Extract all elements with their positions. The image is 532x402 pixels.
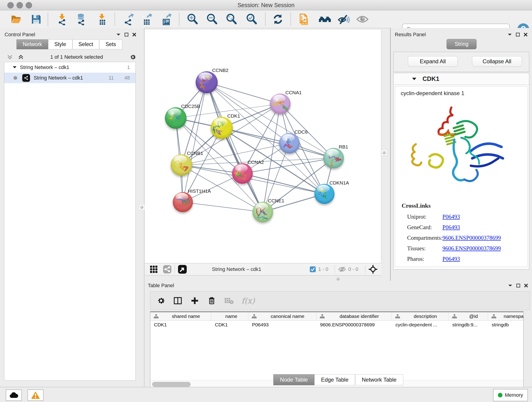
- panel-float-icon[interactable]: [516, 32, 520, 37]
- export-table-icon[interactable]: [140, 13, 153, 26]
- column-header-namespace[interactable]: namespace: [488, 312, 524, 320]
- hidden-range: 0 - 0: [348, 266, 358, 272]
- genecard-link[interactable]: P06493: [443, 224, 460, 230]
- network-node-rb1[interactable]: [323, 148, 344, 168]
- grid-view-icon[interactable]: [150, 265, 158, 273]
- add-column-icon[interactable]: [190, 296, 199, 305]
- zoom-in-icon[interactable]: [186, 13, 199, 26]
- column-header-shared-name[interactable]: shared name: [150, 312, 211, 320]
- toolbar-separator: [265, 13, 266, 26]
- network-node-ccne1[interactable]: [253, 202, 273, 222]
- network-node-cdk1[interactable]: [211, 117, 233, 139]
- refresh-icon[interactable]: [272, 13, 284, 26]
- warning-icon: [31, 391, 40, 399]
- node-result-header[interactable]: CDK1: [394, 73, 529, 85]
- section-collapse-icon[interactable]: [412, 77, 417, 80]
- network-collection-row[interactable]: String Network – cdk1 1: [4, 62, 135, 73]
- column-header--id[interactable]: @id: [449, 312, 488, 320]
- network-node-ccnb2[interactable]: [196, 71, 218, 93]
- zoom-out-icon[interactable]: [206, 13, 218, 26]
- left-splitter-handle[interactable]: [139, 204, 145, 210]
- table-cell[interactable]: cyclin-dependent ...: [392, 321, 449, 329]
- panel-float-icon[interactable]: [124, 32, 128, 37]
- string-document-icon[interactable]: [298, 13, 311, 26]
- toolbar-separator: [48, 13, 48, 26]
- selected-checkbox-icon[interactable]: [310, 266, 316, 273]
- network-node-ccna2[interactable]: [232, 163, 253, 184]
- cloud-button[interactable]: [6, 389, 22, 401]
- column-header-database-identifier[interactable]: database identifier: [317, 312, 392, 320]
- network-node-cdc25b[interactable]: [165, 107, 186, 129]
- panel-close-icon[interactable]: [524, 32, 528, 37]
- collapse-all-button[interactable]: Collapse All: [472, 56, 522, 67]
- show-columns-icon[interactable]: [173, 296, 182, 305]
- panel-menu-icon[interactable]: [507, 33, 512, 36]
- crosshair-icon[interactable]: [369, 265, 377, 274]
- preview-eye-icon[interactable]: [356, 13, 369, 26]
- tab-select[interactable]: Select: [72, 39, 99, 49]
- tab-string[interactable]: String: [447, 39, 476, 49]
- hidden-eye-icon[interactable]: [338, 266, 346, 272]
- import-network-icon[interactable]: [56, 13, 69, 26]
- table-cell[interactable]: 9606.ENSP00000378699: [317, 321, 392, 329]
- table-cell[interactable]: CDK1: [150, 321, 211, 329]
- export-network-icon[interactable]: [122, 13, 135, 26]
- tissues-link[interactable]: 9606.ENSP00000378699: [443, 245, 501, 251]
- right-splitter-handle[interactable]: [381, 150, 387, 155]
- warning-button[interactable]: [27, 389, 44, 401]
- table-cell[interactable]: CDK1: [211, 321, 248, 329]
- export-image-icon[interactable]: [160, 13, 172, 26]
- compartments-link[interactable]: 9606.ENSP00000378699: [443, 235, 501, 241]
- panel-menu-icon[interactable]: [508, 284, 513, 287]
- network-node-cdkn1a[interactable]: [314, 184, 335, 204]
- panel-float-icon[interactable]: [516, 283, 520, 288]
- uniprot-link[interactable]: P06493: [443, 214, 460, 220]
- network-node-cdc6[interactable]: [279, 133, 300, 153]
- delete-column-icon[interactable]: [207, 296, 216, 305]
- network-node-ccna1[interactable]: [270, 94, 291, 114]
- tab-network[interactable]: Network: [17, 39, 48, 49]
- share-view-icon[interactable]: [163, 265, 171, 274]
- network-canvas[interactable]: CCNB2CCNA1CDC25BCDK1CDC6RB1CCNB1CCNA2CDK…: [145, 30, 381, 263]
- import-table-icon[interactable]: [96, 13, 109, 26]
- import-database-icon[interactable]: [75, 13, 88, 26]
- panel-menu-icon[interactable]: [116, 33, 121, 36]
- save-session-icon[interactable]: [30, 13, 43, 26]
- expand-all-button[interactable]: Expand All: [408, 56, 458, 67]
- column-header-description[interactable]: description: [392, 312, 449, 320]
- table-row[interactable]: CDK1CDK1P064939606.ENSP00000378699cyclin…: [150, 321, 523, 329]
- table-gear-icon[interactable]: [157, 296, 165, 305]
- memory-button[interactable]: Memory: [493, 389, 528, 401]
- status-bar: Memory: [0, 387, 532, 402]
- network-node-ccnb1[interactable]: [171, 154, 192, 176]
- expand-all-icon[interactable]: [18, 54, 24, 60]
- zoom-fit-icon[interactable]: [225, 13, 238, 26]
- network-node-hist1h1a[interactable]: [173, 192, 193, 212]
- tab-node-table[interactable]: Node Table: [273, 374, 314, 385]
- node-gloss: [199, 72, 212, 81]
- tab-sets[interactable]: Sets: [99, 39, 122, 49]
- node-label-cdk1: CDK1: [227, 113, 240, 119]
- tab-network-table[interactable]: Network Table: [355, 374, 403, 385]
- column-header-name[interactable]: name: [211, 312, 248, 320]
- panel-close-icon[interactable]: [132, 32, 136, 37]
- pharos-link[interactable]: P06493: [443, 256, 460, 262]
- network-row[interactable]: String Network – cdk1 11 48: [4, 73, 135, 83]
- home-icon[interactable]: [318, 13, 331, 26]
- collapse-all-icon[interactable]: [7, 54, 13, 60]
- table-cell[interactable]: P06493: [248, 321, 317, 329]
- hide-unhide-icon[interactable]: [337, 13, 350, 26]
- column-type-icon: [395, 314, 400, 319]
- panel-close-icon[interactable]: [524, 283, 528, 288]
- open-session-icon[interactable]: [10, 13, 22, 26]
- tree-expand-icon[interactable]: [13, 66, 17, 69]
- table-cell[interactable]: stringdb: [488, 321, 524, 329]
- network-options-gear-icon[interactable]: [129, 54, 136, 61]
- birdseye-view-icon[interactable]: [178, 265, 187, 274]
- tab-edge-table[interactable]: Edge Table: [314, 374, 355, 385]
- zoom-selected-icon[interactable]: [245, 13, 258, 26]
- results-actions-box: Expand All Collapse All: [393, 52, 529, 72]
- tab-style[interactable]: Style: [48, 39, 72, 49]
- table-cell[interactable]: stringdb:9...: [449, 321, 488, 329]
- column-header-canonical-name[interactable]: canonical name: [248, 312, 317, 320]
